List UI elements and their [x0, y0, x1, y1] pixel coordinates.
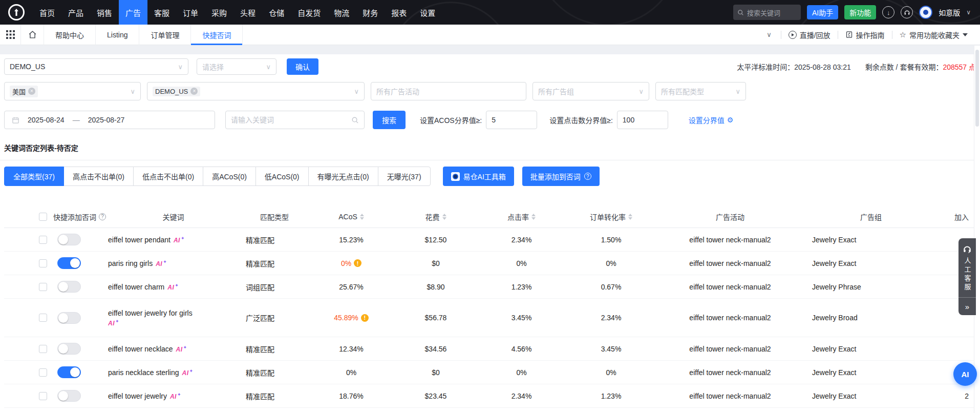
- adgroup-cell: Jewelry Phrase: [802, 275, 940, 298]
- country-select[interactable]: 美国 × ∨: [4, 82, 141, 100]
- main-menu-item[interactable]: 广告: [119, 0, 147, 25]
- main-menu-item[interactable]: 销售: [90, 0, 119, 25]
- scrollbar-thumb[interactable]: [975, 50, 979, 127]
- column-label: 广告活动: [716, 212, 744, 222]
- sort-icon[interactable]: [442, 214, 446, 220]
- quick-negate-toggle[interactable]: [57, 343, 81, 355]
- main-menu-item[interactable]: 产品: [61, 0, 90, 25]
- search-button[interactable]: 搜索: [373, 111, 406, 129]
- main-menu-item[interactable]: 仓储: [262, 0, 291, 25]
- filter-tab[interactable]: 低点击不出单(0): [133, 167, 203, 186]
- filter-tab[interactable]: 无曝光(37): [378, 167, 431, 186]
- store-select[interactable]: DEMO_US ∨: [4, 58, 188, 75]
- filter-tab[interactable]: 低ACoS(0): [255, 167, 309, 186]
- date-range-picker[interactable]: 2025-08-24 — 2025-08-27: [4, 111, 215, 129]
- main-menu-item[interactable]: 报表: [385, 0, 413, 25]
- row-checkbox[interactable]: [39, 259, 47, 267]
- ai-badge: AI✦: [174, 236, 185, 244]
- row-checkbox[interactable]: [39, 314, 47, 322]
- join-cell: 2: [940, 384, 976, 407]
- select-all-checkbox[interactable]: [39, 213, 47, 221]
- match-type-select[interactable]: 所有匹配类型 ∨: [655, 82, 746, 100]
- main-menu-item[interactable]: 订单: [176, 0, 205, 25]
- keyword-input[interactable]: [231, 116, 351, 124]
- help-icon[interactable]: ?: [99, 213, 106, 220]
- main-menu-item[interactable]: 客服: [147, 0, 176, 25]
- chevron-down-icon[interactable]: ∨: [766, 31, 772, 38]
- quick-negate-toggle[interactable]: [57, 281, 81, 293]
- acos-threshold-input[interactable]: [486, 111, 537, 129]
- cvr-cell: 1.23%: [564, 384, 658, 407]
- tag-close-icon[interactable]: ×: [28, 88, 35, 95]
- tag-close-icon[interactable]: ×: [190, 88, 198, 95]
- quick-negate-toggle[interactable]: [57, 390, 81, 402]
- caret-down-icon: [963, 33, 968, 36]
- main-menu-item[interactable]: 头程: [233, 0, 262, 25]
- adgroup-cell: Jewelry Exact: [802, 252, 940, 275]
- sparkle-icon: ✦: [175, 283, 179, 288]
- new-feature-button[interactable]: 新功能: [844, 5, 876, 19]
- row-checkbox[interactable]: [39, 236, 47, 244]
- set-threshold-link[interactable]: 设置分界值 ⚙: [689, 115, 734, 125]
- campaign-select[interactable]: 所有广告活动: [371, 82, 526, 100]
- row-checkbox[interactable]: [39, 368, 47, 377]
- row-checkbox[interactable]: [39, 283, 47, 291]
- row-checkbox[interactable]: [39, 345, 47, 353]
- sort-icon[interactable]: [628, 214, 632, 220]
- ctr-cell: 2.34%: [479, 384, 564, 407]
- secondary-select[interactable]: 请选择 ∨: [197, 58, 276, 75]
- workspace-tab[interactable]: 帮助中心: [44, 25, 95, 45]
- version-label[interactable]: 如意版: [939, 7, 960, 17]
- main-menu-item[interactable]: 首页: [33, 0, 61, 25]
- join-cell: [940, 337, 976, 360]
- column-header-keyword: 关键词: [108, 212, 239, 222]
- shop-select[interactable]: DEMO_US × ∨: [147, 82, 365, 100]
- row-checkbox[interactable]: [39, 392, 47, 400]
- global-search-placeholder: 搜索关键词: [747, 8, 780, 17]
- batch-add-negatives-button[interactable]: 批量添加到否词 ?: [522, 167, 600, 186]
- ai-floating-button[interactable]: AI: [953, 362, 977, 386]
- app-logo[interactable]: [0, 0, 33, 25]
- home-icon[interactable]: [21, 30, 44, 39]
- ai-assistant-button[interactable]: AI助手: [807, 5, 838, 19]
- main-menu-item[interactable]: 采购: [205, 0, 233, 25]
- avatar[interactable]: [919, 6, 932, 19]
- quick-negate-cell: [51, 384, 108, 407]
- ai-toolbox-button[interactable]: 易仓AI工具箱: [443, 167, 514, 186]
- apps-grid-icon[interactable]: [0, 30, 20, 39]
- workspace-tab[interactable]: Listing: [96, 25, 139, 45]
- global-search-input[interactable]: 搜索关键词: [733, 5, 801, 20]
- main-menu-item[interactable]: 物流: [327, 0, 356, 25]
- workspace-tab[interactable]: 快捷否词: [191, 25, 242, 45]
- table-row: eiffel tower pendantAI✦精准匹配15.23%$12.502…: [4, 228, 976, 252]
- filter-tab[interactable]: 高点击不出单(0): [63, 167, 134, 186]
- main-menu-item[interactable]: 自发货: [291, 0, 327, 25]
- main-menu-item[interactable]: 设置: [413, 0, 442, 25]
- top-nav-right: 搜索关键词 AI助手 新功能 ↓ 如意版 ∨: [733, 5, 980, 20]
- quick-negate-toggle[interactable]: [57, 234, 81, 245]
- sort-icon[interactable]: [360, 214, 364, 220]
- workspace-tab[interactable]: 订单管理: [139, 25, 190, 45]
- quick-negate-toggle[interactable]: [57, 257, 81, 269]
- scrollbar[interactable]: [974, 46, 980, 413]
- warning-icon[interactable]: !: [361, 314, 369, 322]
- sort-icon[interactable]: [531, 214, 536, 220]
- favorites-link[interactable]: ☆ 常用功能收藏夹: [900, 30, 968, 40]
- collapse-button[interactable]: »: [958, 298, 976, 315]
- headset-icon[interactable]: [901, 6, 913, 18]
- filter-tab[interactable]: 高ACoS(0): [203, 167, 256, 186]
- guide-link[interactable]: 操作指南: [845, 30, 885, 40]
- filter-tab[interactable]: 有曝光无点击(0): [308, 167, 378, 186]
- filter-tab[interactable]: 全部类型(37): [4, 167, 64, 186]
- clicks-threshold-input[interactable]: [617, 111, 668, 129]
- confirm-button[interactable]: 确认: [287, 58, 318, 75]
- quick-negate-toggle[interactable]: [57, 312, 81, 324]
- main-menu-item[interactable]: 财务: [356, 0, 385, 25]
- live-replay-link[interactable]: 直播/回放: [789, 30, 830, 40]
- quick-negate-toggle[interactable]: [57, 366, 81, 378]
- download-icon[interactable]: ↓: [882, 6, 894, 18]
- warning-icon[interactable]: !: [354, 259, 361, 267]
- chevron-down-icon[interactable]: ∨: [966, 9, 971, 16]
- adgroup-select[interactable]: 所有广告组 ∨: [532, 82, 649, 100]
- support-widget[interactable]: 人工客服 »: [958, 238, 976, 315]
